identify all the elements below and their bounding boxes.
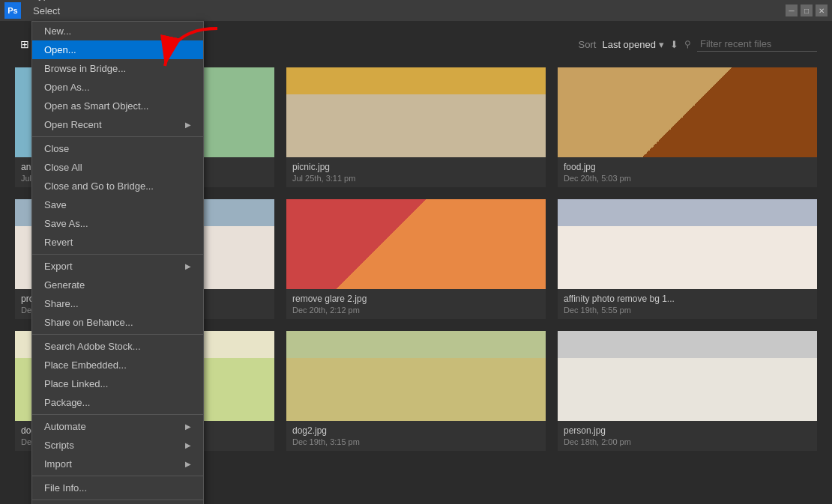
menu-item-save-as---[interactable]: Save As... [32,214,203,233]
menu-item-new---[interactable]: New... [32,22,203,40]
menu-item-label: Share on Behance... [44,317,133,328]
menu-item-label: Package... [44,397,90,408]
menu-item-label: Save [44,199,67,210]
menu-item-label: Save As... [44,218,88,229]
image-card[interactable]: dog2.jpgDec 19th, 3:15 pm [286,331,546,451]
image-card[interactable]: food.jpgDec 20th, 5:03 pm [558,67,817,187]
image-date: Jul 25th, 3:11 pm [292,174,540,183]
image-thumbnail [286,331,546,421]
image-thumbnail [558,331,817,421]
menu-item-label: Revert [44,237,73,248]
menu-item-file-info---[interactable]: File Info... [32,479,203,497]
menu-item-label: Scripts [44,440,74,451]
image-info: food.jpgDec 20th, 5:03 pm [558,157,817,187]
menu-item-label: Close and Go to Bridge... [44,180,154,192]
menu-separator [32,334,203,335]
menu-item-label: Share... [44,298,79,309]
menu-item-close[interactable]: Close [32,139,203,158]
menu-item-close-and-go-to-bridge---[interactable]: Close and Go to Bridge... [32,177,203,195]
close-button[interactable]: ✕ [816,4,828,16]
image-info: person.jpgDec 18th, 2:00 pm [558,421,817,451]
sort-area: Sort Last opened ▾ ⬇ ⚲ [579,37,817,52]
sort-dropdown[interactable]: Last opened ▾ [602,39,664,50]
menu-item-place-linked---[interactable]: Place Linked... [32,374,203,393]
submenu-arrow-icon: ▶ [185,121,191,129]
menu-item-package---[interactable]: Package... [32,393,203,412]
image-date: Dec 20th, 5:03 pm [564,174,811,183]
image-card[interactable]: remove glare 2.jpgDec 20th, 2:12 pm [286,199,546,319]
menu-item-generate[interactable]: Generate [32,276,203,294]
menu-item-label: Search Adobe Stock... [44,341,141,352]
image-card[interactable]: affinity photo remove bg 1...Dec 19th, 5… [558,199,817,319]
menu-item-label: Close [44,143,69,154]
maximize-button[interactable]: □ [801,4,813,16]
image-thumbnail [286,199,546,289]
image-thumbnail [286,67,546,157]
image-name: picnic.jpg [292,162,540,172]
menu-item-label: File Info... [44,482,87,494]
sort-label: Sort [579,39,597,50]
menu-item-label: Open As... [44,82,90,93]
menu-separator [32,136,203,137]
image-name: dog2.jpg [292,425,540,436]
menubar-item-select[interactable]: Select [27,3,73,19]
menubar: Ps FileEditImageLayerTypeSelectFilter3DV… [0,0,832,21]
image-info: dog2.jpgDec 19th, 3:15 pm [286,421,546,451]
filter-input[interactable] [697,37,817,52]
image-info: picnic.jpgJul 25th, 3:11 pm [286,157,546,187]
menu-item-share-on-behance---[interactable]: Share on Behance... [32,313,203,332]
menu-item-label: Open Recent [44,119,102,130]
menu-item-scripts[interactable]: Scripts▶ [32,436,203,455]
submenu-arrow-icon: ▶ [185,460,191,468]
menu-item-save[interactable]: Save [32,195,203,214]
thumbnail-visual [558,199,817,289]
menu-separator [32,414,203,415]
menu-item-share---[interactable]: Share... [32,294,203,313]
image-info: affinity photo remove bg 1...Dec 19th, 5… [558,289,817,319]
menu-item-label: Automate [44,421,86,432]
sort-direction-icon[interactable]: ⬇ [670,39,678,50]
menu-item-open-as-smart-object---[interactable]: Open as Smart Object... [32,97,203,115]
menu-item-open-recent[interactable]: Open Recent▶ [32,115,203,134]
menu-item-label: Place Embedded... [44,359,127,371]
menu-item-close-all[interactable]: Close All [32,158,203,177]
image-date: Dec 19th, 5:55 pm [564,306,811,315]
menu-item-label: Generate [44,279,85,291]
menu-item-search-adobe-stock---[interactable]: Search Adobe Stock... [32,337,203,356]
minimize-button[interactable]: ─ [786,4,798,16]
image-thumbnail [558,199,817,289]
menu-item-revert[interactable]: Revert [32,233,203,252]
menu-item-browse-in-bridge---[interactable]: Browse in Bridge... [32,59,203,78]
image-name: person.jpg [564,425,811,436]
image-date: Dec 19th, 3:15 pm [292,437,540,446]
image-name: food.jpg [564,162,811,172]
image-card[interactable]: picnic.jpgJul 25th, 3:11 pm [286,67,546,187]
menu-item-label: New... [44,25,71,37]
menu-item-label: Place Linked... [44,378,108,389]
image-name: affinity photo remove bg 1... [564,294,811,304]
menu-item-open-as---[interactable]: Open As... [32,78,203,97]
image-name: remove glare 2.jpg [292,294,540,304]
submenu-arrow-icon: ▶ [185,441,191,449]
menu-separator [32,476,203,476]
image-date: Dec 18th, 2:00 pm [564,437,811,446]
menu-item-label: Import [44,458,72,470]
image-card[interactable]: person.jpgDec 18th, 2:00 pm [558,331,817,451]
app-icon-label: Ps [7,6,17,15]
menu-item-place-embedded---[interactable]: Place Embedded... [32,356,203,374]
menu-item-import[interactable]: Import▶ [32,455,203,473]
menu-item-label: Browse in Bridge... [44,63,126,74]
thumbnail-visual [558,331,817,421]
thumbnail-visual [286,331,546,421]
menu-item-label: Close All [44,162,82,173]
sort-value: Last opened [602,39,656,50]
window-controls: ─ □ ✕ [786,4,828,16]
menu-item-export[interactable]: Export▶ [32,257,203,276]
menu-item-open---[interactable]: Open... [32,40,203,59]
image-date: Dec 20th, 2:12 pm [292,306,540,315]
submenu-arrow-icon: ▶ [185,422,191,431]
image-info: remove glare 2.jpgDec 20th, 2:12 pm [286,289,546,319]
menu-item-label: Export [44,261,73,272]
menu-item-automate[interactable]: Automate▶ [32,417,203,436]
image-thumbnail [558,67,817,157]
